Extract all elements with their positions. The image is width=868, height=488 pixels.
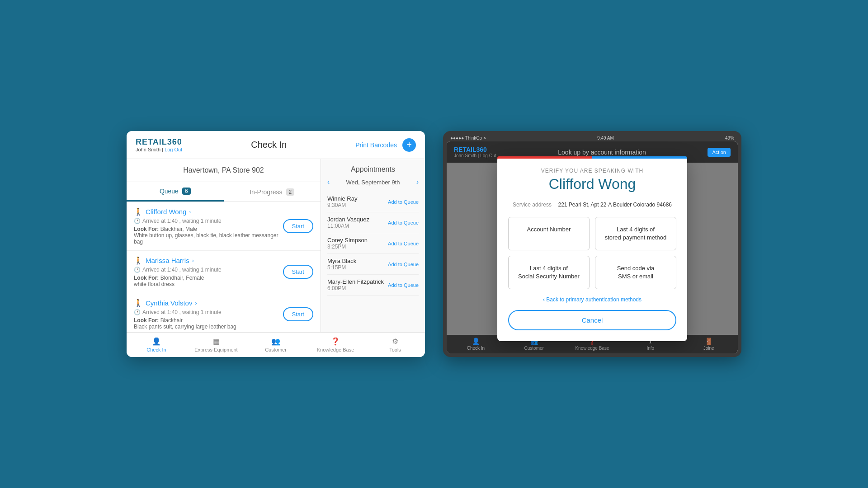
queue-name[interactable]: Marissa Harris [146,257,189,264]
auth-option-sms[interactable]: Send code viaSMS or email [595,256,676,289]
queue-name-row: 🚶 Clifford Wong › [134,207,278,216]
next-date-button[interactable]: › [416,178,419,186]
add-to-queue-button[interactable]: Add to Queue [388,262,419,267]
tabs-bar: Queue 6 In-Progress 2 [127,182,321,202]
clock-icon: 🕐 [134,267,141,273]
appointments-list: Winnie Ray 9:30AM Add to Queue Jordan Va… [327,192,419,326]
start-button-2[interactable]: Start [283,265,313,279]
verify-customer-name: Clifford Wong [508,176,676,192]
nav-label-customer: Customer [265,347,287,352]
appt-info: Jordan Vasquez 11:00AM [327,216,369,229]
verify-label: VERIFY YOU ARE SPEAKING WITH [508,168,676,174]
service-address-row: Service address 221 Pearl St, Apt 22-A B… [508,202,676,208]
add-button[interactable]: + [402,138,416,152]
checkin-header: RETAIL360 John Smith | Log Out Check In … [127,131,425,159]
ipad-nav-join[interactable]: 🚪 Joine [679,338,738,351]
appt-info: Winnie Ray 9:30AM [327,195,357,208]
queue-name-row: 🚶 Marissa Harris › [134,256,278,265]
nav-label-checkin: Check In [146,347,166,352]
ipad-user: John Smith | Log Out [454,153,496,158]
battery-text: 49% [725,136,734,141]
add-to-queue-button[interactable]: Add to Queue [388,241,419,246]
ipad-nav-label: Joine [703,346,714,351]
look-for: Look For: Blondhair, Female white floral… [134,275,278,287]
appt-info: Mary-Ellen Fitzpatrick 6:00PM [327,278,384,291]
nav-label-knowledge: Knowledge Base [317,347,354,352]
tab-queue-label: Queue [160,188,179,195]
ipad-nav-label: Customer [524,346,544,351]
queue-item: 🚶 Marissa Harris › 🕐 Arrived at 1:40 , w… [127,251,321,293]
add-to-queue-button[interactable]: Add to Queue [388,220,419,225]
verify-modal: VERIFY YOU ARE SPEAKING WITH Clifford Wo… [497,156,687,342]
page-title: Check In [251,140,287,150]
prev-date-button[interactable]: ‹ [327,178,330,186]
list-item: Jordan Vasquez 11:00AM Add to Queue [327,212,419,233]
start-button-1[interactable]: Start [283,219,313,233]
appt-name: Myra Black [327,258,356,264]
chevron-right-icon: › [192,258,194,264]
ipad-nav-label: Info [646,346,654,351]
customer-icon: 👥 [271,337,280,346]
add-to-queue-button[interactable]: Add to Queue [388,282,419,288]
appt-time: 6:00PM [327,285,384,291]
nav-item-tools[interactable]: ⚙ Tools [365,337,425,352]
queue-timing: 🕐 Arrived at 1:40 , waiting 1 minute [134,309,278,315]
clock-icon: 🕐 [134,309,141,315]
chevron-right-icon: › [195,300,197,306]
carrier-text: ●●●●● ThinkCo ⋄ [450,136,486,141]
print-barcodes-link[interactable]: Print Barcodes [355,141,397,149]
tab-inprogress[interactable]: In-Progress 2 [224,182,321,202]
back-to-primary-link[interactable]: ‹ Back to primary authentication methods [508,296,676,303]
queue-name[interactable]: Clifford Wong [146,208,186,216]
tab-queue[interactable]: Queue 6 [127,182,224,202]
appt-info: Myra Black 5:15PM [327,258,356,271]
look-for: Look For: Blackhair, Male White button u… [134,226,278,245]
queue-name[interactable]: Cynthia Volstov [146,299,192,307]
ipad-nav-label: Check In [467,346,485,351]
list-item: Corey Simpson 3:25PM Add to Queue [327,233,419,254]
queue-section: Havertown, PA Store 902 Queue 6 In-Progr… [127,159,321,332]
nav-item-customer[interactable]: 👥 Customer [246,337,306,352]
checkin-body: Havertown, PA Store 902 Queue 6 In-Progr… [127,159,425,332]
queue-timing: 🕐 Arrived at 1:40 , waiting 1 minute [134,267,278,273]
ipad-nav-checkin[interactable]: 👤 Check In [447,338,505,351]
nav-item-equipment[interactable]: ▦ Express Equipment [186,337,246,352]
tab-queue-badge: 6 [182,188,191,195]
join-icon: 🚪 [705,338,712,345]
appt-time: 11:00AM [327,223,369,229]
status-bar: ●●●●● ThinkCo ⋄ 9:49 AM 49% [447,135,738,141]
auth-option-ssn[interactable]: Last 4 digits ofSocial Security Number [508,256,590,289]
modal-overlay: VERIFY YOU ARE SPEAKING WITH Clifford Wo… [447,163,738,335]
chevron-right-icon: › [189,209,191,215]
tab-inprogress-badge: 2 [286,188,295,196]
start-button-3[interactable]: Start [283,307,313,321]
appt-name: Mary-Ellen Fitzpatrick [327,278,384,285]
queue-timing: 🕐 Arrived at 1:40 , waiting 1 minute [134,218,278,224]
appointments-section: Appointments ‹ Wed, September 9th › Winn… [321,159,425,332]
look-for: Look For: Blackhair Black pants suit, ca… [134,317,278,330]
tools-icon: ⚙ [392,337,398,346]
auth-option-account[interactable]: Account Number [508,217,590,250]
nav-item-checkin[interactable]: 👤 Check In [127,337,186,352]
list-item: Winnie Ray 9:30AM Add to Queue [327,192,419,212]
modal-top-bar [497,156,687,159]
equipment-icon: ▦ [213,337,220,346]
queue-item: 🚶 Cynthia Volstov › 🕐 Arrived at 1:40 , … [127,293,321,332]
auth-option-payment[interactable]: Last 4 digits ofstored payment method [595,217,676,250]
appt-time: 5:15PM [327,264,356,271]
logout-link[interactable]: Log Out [165,147,182,152]
service-address-label: Service address [513,202,552,208]
list-item: Myra Black 5:15PM Add to Queue [327,254,419,275]
cancel-button[interactable]: Cancel [508,310,676,330]
nav-item-knowledge[interactable]: ❓ Knowledge Base [306,337,365,352]
appointments-title: Appointments [327,165,419,174]
add-to-queue-button[interactable]: Add to Queue [388,199,419,205]
time-text: 9:49 AM [597,136,614,141]
checkin-panel: RETAIL360 John Smith | Log Out Check In … [127,131,425,357]
checkin-icon: 👤 [152,337,161,346]
service-address-value: 221 Pearl St, Apt 22-A Boulder Colorado … [558,202,672,208]
tab-inprogress-label: In-Progress [250,188,282,196]
ipad-nav-label: Knowledge Base [575,346,609,351]
ipad-action-button[interactable]: Action [708,148,731,157]
queue-item-info: 🚶 Cynthia Volstov › 🕐 Arrived at 1:40 , … [134,299,278,330]
